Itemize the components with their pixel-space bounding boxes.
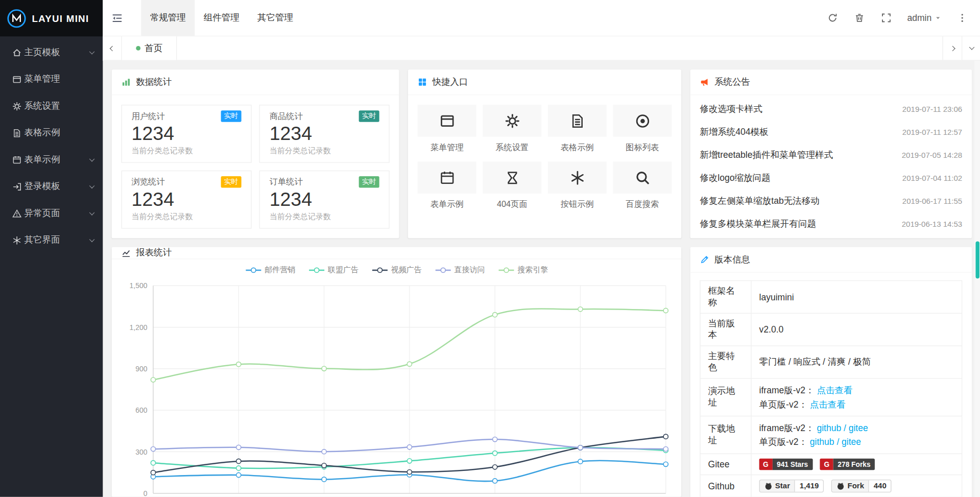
sidebar-menu: 主页模板 菜单管理 系统设置 表格示例 表单示例 登录 xyxy=(0,36,103,253)
top-tab-general[interactable]: 常规管理 xyxy=(141,0,195,36)
announcement-item[interactable]: 修改logo缩放问题 2019-07-04 11:02 xyxy=(690,167,972,190)
quick-tile-label: 系统设置 xyxy=(483,142,541,154)
refresh-button[interactable] xyxy=(819,0,846,36)
download-link-gitee-onepage[interactable]: gitee xyxy=(842,437,861,447)
user-menu[interactable]: admin xyxy=(899,0,948,36)
username: admin xyxy=(907,13,932,23)
quick-tile-icons[interactable]: 图标列表 xyxy=(613,105,672,153)
github-star-badge[interactable]: Star 1,419 xyxy=(759,480,824,492)
sidebar-item-other-pages[interactable]: 其它界面 xyxy=(0,227,103,254)
legend-item[interactable]: 直接访问 xyxy=(435,265,485,275)
card-version-info: 版本信息 框架名称 layuimini 当前版本 v2.0.0 主要特色 xyxy=(690,247,972,497)
announcement-date: 2019-06-17 11:55 xyxy=(902,197,962,206)
card-system-announcements: 系统公告 修改选项卡样式 2019-07-11 23:06 新增系统404模板 … xyxy=(690,69,972,238)
logo[interactable]: LAYUI MINI xyxy=(0,0,103,36)
stat-badge: 实时 xyxy=(359,111,379,122)
top-tab-components[interactable]: 组件管理 xyxy=(195,0,248,36)
collapse-sidebar-button[interactable] xyxy=(103,0,131,36)
github-fork-count: 440 xyxy=(869,481,891,492)
download-link-github-onepage[interactable]: github xyxy=(810,437,834,447)
file-text-icon xyxy=(9,128,25,138)
chevron-down-icon xyxy=(89,183,95,188)
snowflake-icon xyxy=(569,170,585,185)
file-text-icon xyxy=(569,113,585,129)
version-row-label: Github xyxy=(700,475,751,497)
quick-tile-form[interactable]: 表单示例 xyxy=(418,161,476,210)
sidebar-item-error-pages[interactable]: 异常页面 xyxy=(0,200,103,227)
top-tab-other[interactable]: 其它管理 xyxy=(248,0,302,36)
demo-link-iframe-v2[interactable]: 点击查看 xyxy=(817,385,852,395)
window-icon xyxy=(9,75,25,84)
announcement-item[interactable]: 修改选项卡样式 2019-07-11 23:06 xyxy=(690,98,972,121)
quick-tile-menu[interactable]: 菜单管理 xyxy=(418,105,476,153)
stat-box-views: 浏览统计 实时 1234 当前分类总记录数 xyxy=(122,171,252,229)
gitee-stars-badge[interactable]: G 941 Stars xyxy=(759,459,812,470)
page-scrollbar[interactable] xyxy=(974,61,980,497)
github-star-count: 1,419 xyxy=(795,481,823,492)
announcement-date: 2019-07-04 11:02 xyxy=(902,174,962,183)
version-row-label: 下载地址 xyxy=(700,416,751,454)
announcement-item[interactable]: 新增treetable插件和菜单管理样式 2019-07-05 14:28 xyxy=(690,144,972,167)
sidebar-item-form-examples[interactable]: 表单示例 xyxy=(0,146,103,173)
refresh-icon xyxy=(827,13,838,23)
version-row-label: Gitee xyxy=(700,454,751,475)
sidebar-item-table-examples[interactable]: 表格示例 xyxy=(0,120,103,147)
announcement-item[interactable]: 新增系统404模板 2019-07-11 12:57 xyxy=(690,121,972,144)
legend-item[interactable]: 搜索引擎 xyxy=(498,265,548,275)
tabs-scroll-left-button[interactable] xyxy=(103,36,122,60)
legend-item[interactable]: 邮件营销 xyxy=(245,265,295,275)
tab-home[interactable]: 首页 xyxy=(122,36,177,60)
scrollbar-thumb[interactable] xyxy=(975,242,979,279)
stat-title: 商品统计 xyxy=(270,110,303,122)
legend-item[interactable]: 视频广告 xyxy=(371,265,422,275)
stat-title: 订单统计 xyxy=(270,176,303,188)
card-quick-entry: 快捷入口 菜单管理 系统设置 xyxy=(408,69,681,238)
legend-item[interactable]: 联盟广告 xyxy=(308,265,358,275)
gitee-logo: G xyxy=(759,459,773,470)
demo-prefix: 单页版-v2： xyxy=(759,399,807,409)
svg-text:0: 0 xyxy=(144,489,148,497)
sidebar-item-menu-management[interactable]: 菜单管理 xyxy=(0,66,103,93)
stat-box-users: 用户统计 实时 1234 当前分类总记录数 xyxy=(122,105,252,163)
sidebar-item-system-settings[interactable]: 系统设置 xyxy=(0,92,103,120)
announcement-date: 2019-07-11 23:06 xyxy=(902,105,962,114)
sidebar-item-label: 表单示例 xyxy=(25,154,90,165)
chevron-down-icon xyxy=(89,236,95,242)
tab-label: 首页 xyxy=(145,42,162,54)
content-main-column: 数据统计 用户统计 实时 1234 当前分类总记录数 xyxy=(112,69,681,496)
quick-tile-label: 图标列表 xyxy=(613,142,672,154)
announcement-item[interactable]: 修复左侧菜单缩放tab无法移动 2019-06-17 11:55 xyxy=(690,190,972,212)
chevron-down-icon xyxy=(89,209,95,215)
announcement-item[interactable]: 修复多模块菜单栏展开有问题 2019-06-13 14:53 xyxy=(690,212,972,235)
download-link-gitee-iframe[interactable]: gitee xyxy=(849,423,868,433)
demo-link-onepage-v2[interactable]: 点击查看 xyxy=(810,399,846,409)
svg-text:900: 900 xyxy=(135,365,148,373)
link-separator: / xyxy=(834,437,842,447)
tabs-dropdown-button[interactable] xyxy=(962,36,980,60)
stat-value: 1234 xyxy=(132,188,242,210)
sidebar-item-login-templates[interactable]: 登录模板 xyxy=(0,173,103,200)
calendar-icon xyxy=(439,170,455,185)
stat-desc: 当前分类总记录数 xyxy=(270,146,379,156)
fullscreen-button[interactable] xyxy=(873,0,900,36)
sidebar-item-label: 其它界面 xyxy=(25,234,90,246)
more-button[interactable] xyxy=(949,0,976,36)
quick-tile-404[interactable]: 404页面 xyxy=(483,161,541,210)
login-icon xyxy=(9,182,25,192)
card-data-statistics: 数据统计 用户统计 实时 1234 当前分类总记录数 xyxy=(112,69,399,238)
topbar-actions: admin xyxy=(819,0,980,36)
tabs-scroll-right-button[interactable] xyxy=(942,36,962,60)
quick-tile-buttons[interactable]: 按钮示例 xyxy=(548,161,607,210)
github-fork-badge[interactable]: Fork 440 xyxy=(831,480,892,492)
gitee-forks-badge[interactable]: G 278 Forks xyxy=(820,459,875,470)
stat-desc: 当前分类总记录数 xyxy=(270,211,379,222)
quick-tile-settings[interactable]: 系统设置 xyxy=(483,105,541,153)
sidebar-item-label: 表格示例 xyxy=(25,127,94,139)
quick-tile-table[interactable]: 表格示例 xyxy=(548,105,607,153)
announcement-text: 修改选项卡样式 xyxy=(700,104,762,115)
download-link-github-iframe[interactable]: github xyxy=(817,423,841,433)
sidebar-item-home-templates[interactable]: 主页模板 xyxy=(0,39,103,66)
quick-tile-label: 404页面 xyxy=(483,199,541,210)
quick-tile-baidu-search[interactable]: 百度搜索 xyxy=(613,161,672,210)
clear-cache-button[interactable] xyxy=(846,0,873,36)
